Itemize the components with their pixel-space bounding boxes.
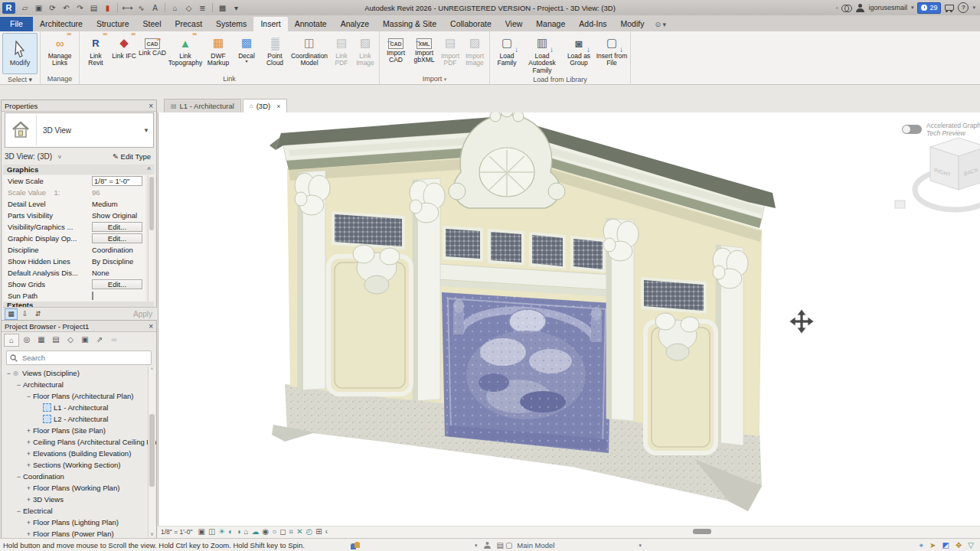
scrollbar-thumb[interactable] xyxy=(149,414,155,487)
property-row-show-grids[interactable]: Show Grids Edit... xyxy=(3,279,145,291)
link-cad-button[interactable]: CAD Link CAD xyxy=(139,33,166,57)
reveal-hidden-icon[interactable]: ○ xyxy=(272,527,276,537)
view-cube[interactable]: RIGHT BACK xyxy=(895,138,980,210)
tab-analyze[interactable]: Analyze xyxy=(334,17,376,31)
editable-only-icon[interactable] xyxy=(485,542,492,549)
analysis-display-icon[interactable]: ✕ xyxy=(296,527,302,537)
constraints-icon[interactable]: ⊞ xyxy=(315,527,322,537)
temporary-view-properties-icon[interactable]: ◻ xyxy=(279,527,286,537)
expand-icon[interactable]: ‹ xyxy=(325,527,328,537)
property-row-view-scale[interactable]: View Scale 1/8" = 1'-0" xyxy=(3,175,145,187)
tree-item-electrical[interactable]: − Electrical xyxy=(2,505,156,517)
redo-icon[interactable]: ↷ xyxy=(74,4,87,12)
property-value[interactable]: Coordination xyxy=(92,246,145,254)
view-scale-input[interactable]: 1/8" = 1'-0" xyxy=(92,176,142,186)
scroll-up-icon[interactable]: ^ xyxy=(149,367,155,372)
insert-image-icon[interactable]: ▩ xyxy=(216,4,229,12)
tree-item-ceiling-plans[interactable]: + Ceiling Plans (Architectural Ceiling P… xyxy=(2,436,156,448)
expander-icon[interactable]: + xyxy=(24,450,33,458)
scrollbar-thumb[interactable] xyxy=(149,177,154,230)
tree-item-floor-plans-site[interactable]: + Floor Plans (Site Plan) xyxy=(2,425,156,436)
import-cad-button[interactable]: CAD Import CAD xyxy=(382,33,410,64)
tab-view[interactable]: View xyxy=(498,17,530,31)
save-icon[interactable]: ▣ xyxy=(32,4,45,12)
ribbon-display-toggle-icon[interactable]: ⊙ ▾ xyxy=(651,18,670,31)
show-crop-icon[interactable]: ☁ xyxy=(251,527,259,537)
default-3d-view-icon[interactable]: ⌂ xyxy=(168,4,181,12)
modify-button[interactable]: Modify xyxy=(2,33,38,74)
section-icon[interactable]: ◇ xyxy=(182,4,195,12)
tab-steel[interactable]: Steel xyxy=(136,17,168,31)
print-icon[interactable]: ▤ xyxy=(87,4,100,12)
expander-icon[interactable]: + xyxy=(24,427,33,435)
browser-home-icon[interactable]: ⌂ xyxy=(4,334,19,347)
search-input[interactable] xyxy=(21,353,148,363)
tree-item-elevations[interactable]: + Elevations (Building Elevation) xyxy=(2,448,156,459)
help-caret[interactable]: ▾ xyxy=(972,5,975,11)
view-scale-button[interactable]: 1/8" = 1'-0" xyxy=(161,528,192,536)
expander-icon[interactable]: + xyxy=(24,484,33,492)
tab-add-ins[interactable]: Add-Ins xyxy=(572,17,613,31)
point-cloud-button[interactable]: ▒ Point Cloud xyxy=(261,33,289,67)
close-icon[interactable]: × xyxy=(276,103,280,110)
worksharing-display-icon[interactable]: ⌗ xyxy=(289,527,294,537)
search-expand-caret[interactable]: ‹ xyxy=(836,5,838,11)
tree-item-l1-architectural[interactable]: L1 - Architectural xyxy=(2,402,156,413)
edit-button[interactable]: Edit... xyxy=(92,222,142,232)
crop-region-icon[interactable]: ▣ xyxy=(198,527,204,537)
tab-systems[interactable]: Systems xyxy=(209,17,253,31)
visual-style-icon[interactable]: ◫ xyxy=(208,527,215,537)
facade-model[interactable] xyxy=(270,112,776,511)
sort-ascending-icon[interactable]: ⇩ xyxy=(19,309,31,319)
select-pinned-icon[interactable]: ➤ xyxy=(929,541,936,549)
select-links-icon[interactable]: ⌖ xyxy=(919,541,923,550)
expander-icon[interactable]: − xyxy=(5,370,13,377)
account-icon[interactable] xyxy=(856,4,864,12)
property-value[interactable]: None xyxy=(92,269,145,277)
property-row-graphic-display[interactable]: Graphic Display Op... Edit... xyxy=(3,233,145,245)
tag-icon[interactable]: ∿ xyxy=(135,4,148,12)
thin-lines-icon[interactable]: ≣ xyxy=(196,4,209,12)
shadows-icon[interactable]: ◐ xyxy=(228,527,233,537)
expander-icon[interactable]: − xyxy=(15,381,23,389)
username-label[interactable]: igorusesmail xyxy=(868,4,907,11)
tab-manage[interactable]: Manage xyxy=(529,17,572,31)
tab-collaborate[interactable]: Collaborate xyxy=(443,17,498,31)
tree-item-sections[interactable]: + Sections (Working Section) xyxy=(2,459,156,471)
property-row-parts-visibility[interactable]: Parts Visibility Show Original xyxy=(3,210,145,222)
insert-from-file-button[interactable]: ▢ Insert from File xyxy=(596,33,628,67)
tree-item-l2-architectural[interactable]: L2 - Architectural xyxy=(2,413,156,425)
browser-scrollbar[interactable]: ^ v xyxy=(148,367,155,536)
collapse-section-icon[interactable]: ^ xyxy=(147,165,151,174)
tree-item-architectural[interactable]: − Architectural xyxy=(2,379,156,390)
manage-links-button[interactable]: ∞ Manage Links xyxy=(43,33,77,67)
drag-on-selection-icon[interactable]: ✥ xyxy=(956,541,962,549)
link-ifc-button[interactable]: ◆ Link IFC xyxy=(110,33,138,60)
property-value[interactable]: By Discipline xyxy=(92,257,145,266)
chevron-down-icon[interactable]: ▼ xyxy=(143,127,149,134)
close-icon[interactable]: × xyxy=(149,102,153,110)
sort-descending-icon[interactable]: ⇵ xyxy=(32,309,44,319)
search-icon[interactable] xyxy=(841,5,852,11)
import-gbxml-button[interactable]: XML Import gbXML xyxy=(410,33,438,64)
tree-item-views-discipline[interactable]: − ◎ Views (Discipline) xyxy=(2,367,156,379)
scroll-down-icon[interactable]: v xyxy=(149,531,155,536)
load-as-group-button[interactable]: ◙ Load as Group xyxy=(563,33,595,67)
load-family-button[interactable]: ▢ Load Family xyxy=(492,33,521,67)
property-value[interactable]: Show Original xyxy=(92,211,145,220)
render-icon[interactable]: ◑ xyxy=(236,527,240,537)
edit-button[interactable]: Edit... xyxy=(92,279,142,289)
active-design-option-icon[interactable]: ▢ xyxy=(505,541,512,549)
browser-groups-icon[interactable]: ▣ xyxy=(78,334,92,345)
link-topography-button[interactable]: ▲ Link Topography xyxy=(167,33,204,67)
dwf-markup-button[interactable]: ▦ DWF Markup xyxy=(204,33,232,67)
close-icon[interactable]: × xyxy=(149,322,153,331)
apply-button[interactable]: Apply xyxy=(133,310,152,318)
expander-icon[interactable]: + xyxy=(24,439,33,446)
expander-icon[interactable]: + xyxy=(24,461,33,469)
browser-views-icon[interactable]: ◎ xyxy=(20,334,34,345)
tab-massing-site[interactable]: Massing & Site xyxy=(376,17,443,31)
measure-icon[interactable]: ▮ xyxy=(101,4,114,12)
tab-modify[interactable]: Modify xyxy=(614,17,652,31)
chevron-down-icon[interactable]: v xyxy=(58,153,61,160)
